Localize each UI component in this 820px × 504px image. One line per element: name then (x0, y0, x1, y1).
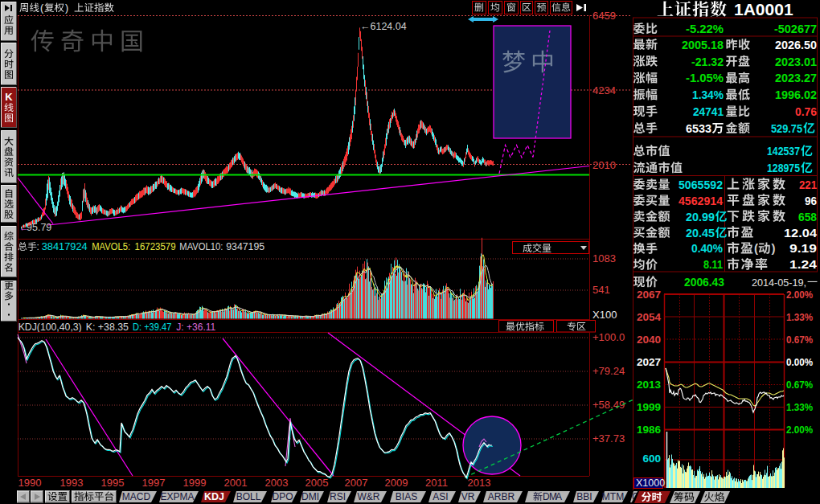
svg-text:): ) (65, 2, 68, 14)
svg-text:9.19: 9.19 (789, 242, 817, 255)
svg-text:221: 221 (799, 178, 817, 191)
svg-text:0.67%: 0.67% (786, 379, 813, 391)
svg-text:600: 600 (642, 453, 661, 465)
svg-text:20.99: 20.99 (686, 211, 715, 223)
svg-text:6459: 6459 (592, 10, 616, 22)
svg-text:0.67%: 0.67% (786, 334, 813, 346)
svg-text:ARBR: ARBR (488, 491, 515, 502)
svg-text:20.45: 20.45 (686, 227, 715, 240)
svg-text:DMI: DMI (301, 491, 319, 502)
svg-text:6533: 6533 (686, 122, 711, 135)
svg-text::: : (37, 241, 39, 252)
svg-text:95.79: 95.79 (27, 222, 51, 233)
svg-text:DPO: DPO (272, 491, 293, 502)
svg-text:2005.18: 2005.18 (682, 39, 724, 51)
svg-text:12.04: 12.04 (784, 227, 817, 240)
svg-text:5065592: 5065592 (679, 178, 723, 191)
svg-text:96: 96 (805, 195, 817, 207)
svg-text:2.00%: 2.00% (786, 424, 813, 436)
svg-text:2013: 2013 (637, 379, 662, 391)
svg-text:): ) (772, 241, 776, 255)
svg-text:658: 658 (798, 211, 817, 223)
svg-text:529.75: 529.75 (771, 122, 802, 135)
svg-text:KDJ: KDJ (204, 491, 224, 502)
svg-text:1995: 1995 (101, 477, 125, 489)
svg-text:4234: 4234 (592, 84, 616, 96)
svg-text:2023.01: 2023.01 (775, 55, 817, 68)
svg-text:2013: 2013 (468, 477, 491, 489)
svg-text:1.33%: 1.33% (786, 401, 813, 413)
svg-text:8.11: 8.11 (703, 258, 723, 271)
svg-text:-21.32: -21.32 (691, 55, 724, 68)
svg-text:2026.50: 2026.50 (775, 39, 817, 51)
svg-text:1.33%: 1.33% (786, 311, 813, 323)
svg-text:1996.02: 1996.02 (775, 88, 817, 101)
svg-text:BIAS: BIAS (396, 491, 417, 502)
svg-text:2023.27: 2023.27 (775, 72, 817, 84)
svg-text:4562914: 4562914 (679, 195, 723, 207)
svg-text:X1000: X1000 (636, 477, 665, 489)
svg-text:RSI: RSI (330, 491, 346, 502)
svg-text:1083: 1083 (592, 252, 616, 264)
svg-text:128975: 128975 (767, 161, 800, 174)
svg-text:EXPMA: EXPMA (160, 491, 194, 502)
svg-text:2003: 2003 (265, 477, 289, 489)
svg-text:K: K (5, 91, 13, 103)
svg-text:2040: 2040 (637, 334, 661, 346)
svg-text:9347195: 9347195 (226, 241, 264, 252)
svg-text:1999: 1999 (183, 477, 207, 489)
svg-text:←6124.04: ←6124.04 (360, 21, 407, 32)
svg-text:1999: 1999 (637, 401, 661, 413)
svg-text:1990: 1990 (18, 477, 42, 489)
svg-text:2011: 2011 (425, 477, 448, 489)
svg-text:-502677: -502677 (774, 23, 817, 35)
svg-text:MAVOL5:: MAVOL5: (92, 241, 130, 252)
svg-text:2027: 2027 (637, 356, 661, 368)
svg-text:38417924: 38417924 (42, 241, 88, 252)
svg-text:1A0001: 1A0001 (734, 0, 793, 18)
svg-text:0.00%: 0.00% (786, 356, 813, 368)
svg-text:X100: X100 (592, 309, 617, 321)
svg-text:VR: VR (461, 491, 475, 502)
svg-text:24741: 24741 (693, 105, 724, 118)
svg-text:541: 541 (592, 284, 610, 296)
svg-text:142537: 142537 (767, 144, 800, 158)
svg-text:KDJ(100,40,3): KDJ(100,40,3) (18, 322, 82, 333)
svg-text:1.34%: 1.34% (692, 88, 724, 101)
svg-text:0.40%: 0.40% (691, 242, 723, 255)
svg-text:W&R: W&R (358, 491, 380, 502)
svg-text:2005: 2005 (305, 477, 329, 489)
svg-text:1986: 1986 (637, 424, 662, 436)
svg-text:D: +39.47: D: +39.47 (133, 322, 172, 333)
svg-text:2067: 2067 (637, 289, 661, 301)
svg-text:(: ( (754, 241, 758, 255)
svg-text:2.00%: 2.00% (786, 289, 813, 301)
svg-text:2010: 2010 (592, 159, 616, 171)
svg-text:1.24: 1.24 (789, 258, 817, 271)
svg-text:K: +38.35: K: +38.35 (86, 322, 129, 333)
svg-text:J: +36.11: J: +36.11 (176, 322, 215, 333)
svg-text:+100.0: +100.0 (592, 331, 625, 343)
svg-text:A: A (556, 491, 562, 502)
svg-text:2007: 2007 (345, 477, 368, 489)
svg-text:-5.22%: -5.22% (686, 23, 724, 35)
svg-text:BOLL: BOLL (236, 491, 261, 502)
svg-text:1993: 1993 (60, 477, 84, 489)
svg-text:BBI: BBI (576, 491, 592, 502)
svg-text:+37.73: +37.73 (592, 432, 625, 445)
svg-text:-1.05%: -1.05% (686, 72, 724, 84)
svg-text:1997: 1997 (142, 477, 166, 489)
svg-text:+79.24: +79.24 (592, 365, 625, 377)
svg-text:2001: 2001 (224, 477, 248, 489)
svg-text:0.76: 0.76 (795, 105, 817, 118)
svg-text:2009: 2009 (385, 477, 408, 489)
svg-text:2006.43: 2006.43 (684, 276, 724, 289)
svg-text:ASI: ASI (433, 491, 448, 502)
svg-text:2014-05-19,: 2014-05-19, (752, 277, 806, 289)
svg-text:MTM: MTM (602, 491, 624, 502)
svg-text:16723579: 16723579 (135, 241, 176, 252)
svg-text:MACD: MACD (122, 491, 151, 502)
svg-text:2054: 2054 (637, 311, 662, 323)
svg-text:MAVOL10:: MAVOL10: (179, 241, 223, 252)
svg-text:+58.49: +58.49 (592, 399, 625, 411)
